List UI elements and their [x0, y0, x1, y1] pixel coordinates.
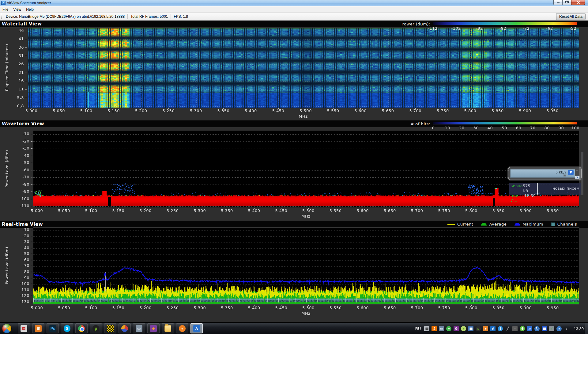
taskbar-app-paint-app[interactable]: ◆	[147, 323, 160, 333]
taskbar-app-media-app[interactable]	[119, 323, 131, 333]
menu-help[interactable]: Help	[24, 7, 36, 12]
x-tick-label: 5 450	[266, 108, 291, 113]
x-tick-mark	[306, 108, 306, 109]
menu-file[interactable]: File	[0, 7, 11, 12]
download-widget[interactable]: 5 KB/s ▼ ▣ ▼	[508, 167, 582, 180]
mail-sender-line2: ции И...	[511, 193, 524, 203]
y-tick-mark	[31, 278, 32, 278]
y-tick-label: 36	[10, 45, 24, 50]
x-tick-mark	[91, 208, 92, 209]
y-tick-mark	[25, 106, 27, 106]
airview-icon: A	[193, 325, 200, 332]
x-tick-label: 5 350	[215, 208, 239, 213]
x-tick-mark	[363, 208, 363, 209]
x-tick-mark	[200, 208, 200, 209]
minimize-button[interactable]	[553, 0, 563, 5]
explorer-icon	[164, 325, 171, 332]
tray-usb-icon[interactable]: ✓	[549, 326, 554, 331]
x-tick-label: 5 100	[79, 208, 104, 213]
tray-network-icon[interactable]: ●	[556, 326, 562, 331]
x-tick-label: 5 050	[52, 208, 76, 213]
taskbar-app-projector-app[interactable]: ▭	[133, 323, 145, 333]
tray-leaf-icon[interactable]: ●	[461, 326, 466, 331]
x-tick-label: 5 750	[432, 306, 456, 310]
power-legend-label: Power (dBm):	[383, 22, 430, 26]
tray-sync-icon[interactable]: ↻	[534, 326, 540, 331]
x-tick-label: 5 200	[133, 306, 158, 310]
x-axis-title: MHz	[291, 114, 315, 119]
x-tick-mark	[444, 305, 444, 306]
x-tick-label: 5 600	[350, 306, 375, 310]
y-tick-label: -10	[15, 227, 29, 232]
x-tick-mark	[91, 305, 92, 306]
show-desktop-button[interactable]	[585, 323, 588, 334]
language-indicator[interactable]: RU	[415, 326, 421, 331]
mail-notification[interactable]: ьевна575 Кб ции И...12:59 новых писем	[509, 183, 581, 195]
x-tick-label: 5 850	[486, 208, 511, 213]
realtime-plot	[33, 227, 579, 305]
tray-display-icon[interactable]: ▭	[439, 326, 444, 331]
hits-legend-gradient	[433, 122, 577, 125]
taskbar-app-utorrent[interactable]: µ	[90, 323, 102, 333]
tray-scheduler-icon[interactable]: ▣	[468, 326, 473, 331]
x-tick-mark	[308, 208, 309, 209]
y-tick-mark	[31, 199, 32, 199]
taskbar-app-photoshop[interactable]: Ps	[47, 323, 59, 333]
tray-download-arrow-icon[interactable]: ▼	[483, 326, 488, 331]
tray-purple-g-icon[interactable]: G	[454, 326, 459, 331]
x-tick-label: 5 400	[242, 306, 266, 310]
toolbar-grip[interactable]	[1, 14, 2, 19]
x-tick-mark	[363, 305, 363, 306]
tray-teamviewer-icon[interactable]: ⇄	[490, 326, 496, 331]
taskbar-app-explorer[interactable]	[162, 323, 174, 333]
app-icon: A	[1, 1, 6, 5]
y-tick-mark	[25, 64, 27, 64]
start-button[interactable]	[2, 324, 12, 333]
taskbar-app-airview[interactable]: A	[190, 323, 203, 333]
y-tick-mark	[31, 296, 32, 296]
x-tick-label: 5 650	[378, 208, 402, 213]
tray-icq-icon[interactable]: ✻	[520, 326, 525, 331]
mail-sender-line1: ьевна	[511, 184, 523, 193]
y-tick-mark	[25, 39, 27, 39]
legend-item-channels: Channels	[551, 222, 577, 226]
close-button[interactable]	[571, 0, 585, 5]
tray-gray-box-icon[interactable]: ▪	[512, 326, 518, 331]
x-tick-label: 5 500	[296, 306, 321, 310]
x-tick-label: 5 150	[106, 208, 130, 213]
reset-all-data-button[interactable]: Reset All Data	[556, 13, 586, 20]
taskbar-clock[interactable]: 13:30	[574, 326, 584, 331]
charts-area: Waterfall View Waveform View Real-time V…	[0, 21, 588, 322]
tray-utorrent-tray-icon[interactable]: µ	[476, 326, 481, 331]
y-tick-mark	[31, 156, 32, 156]
x-tick-mark	[254, 208, 254, 209]
x-tick-label: 5 950	[541, 306, 565, 310]
menu-view[interactable]: View	[11, 7, 24, 12]
tray-punto-keyboard-icon[interactable]: ▦	[542, 326, 547, 331]
taskbar-app-orange-app[interactable]: ▣	[32, 323, 44, 333]
x-tick-mark	[114, 108, 114, 109]
x-tick-mark	[499, 208, 499, 209]
tray-stylus-icon[interactable]: ╱	[505, 326, 510, 331]
tray-volume-icon[interactable]: ♪	[564, 326, 569, 331]
tray-info-icon[interactable]: i	[498, 326, 503, 331]
taskbar-app-floppy-app[interactable]: ▤	[18, 323, 30, 333]
x-tick-mark	[227, 208, 227, 209]
taskbar-app-checkered-app[interactable]	[104, 323, 116, 333]
tray-java-icon[interactable]: J	[432, 326, 437, 331]
download-dropdown-button[interactable]: ▼	[575, 176, 580, 179]
x-tick-label: 5 150	[101, 108, 126, 113]
taskbar-app-chrome[interactable]	[75, 323, 88, 333]
taskbar-app-skype[interactable]: S	[61, 323, 73, 333]
tray-blue-folder-icon[interactable]: ▱	[527, 326, 532, 331]
tray-printer-icon[interactable]: ▤	[424, 326, 429, 331]
restore-button[interactable]	[562, 0, 571, 5]
title-bar[interactable]: A AirView Spectrum Analyzer	[0, 0, 588, 6]
x-tick-label: 5 100	[74, 108, 99, 113]
taskbar-app-orange-round-app[interactable]: ●	[176, 323, 188, 333]
x-tick-mark	[86, 108, 87, 109]
maximum-swatch	[514, 223, 520, 226]
y-tick-mark	[31, 248, 32, 248]
tray-green-clock-icon[interactable]: ●	[446, 326, 451, 331]
x-tick-label: 5 600	[348, 108, 373, 113]
